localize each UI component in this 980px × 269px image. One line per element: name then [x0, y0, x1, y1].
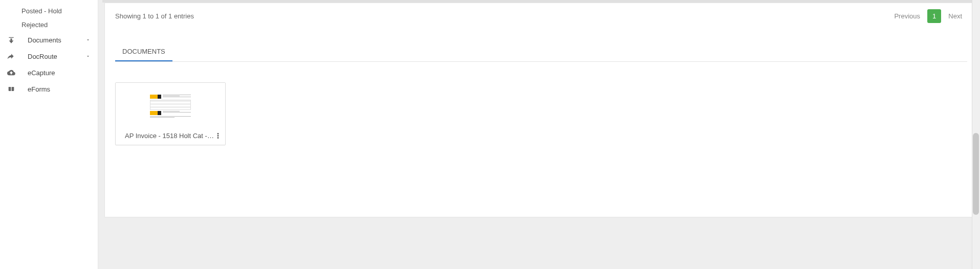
pagination-previous[interactable]: Previous [889, 9, 925, 23]
sidebar-item-ecapture[interactable]: eCapture [0, 64, 98, 81]
download-icon [7, 36, 15, 44]
document-card-footer: AP Invoice - 1518 Holt Cat -… ••• [116, 129, 225, 145]
chevron-down-icon [85, 37, 91, 42]
sidebar-subitem-posted-hold[interactable]: Posted - Hold [0, 4, 98, 18]
sidebar-item-label: eCapture [28, 69, 91, 77]
cloud-upload-icon [7, 69, 15, 77]
pagination-page-1[interactable]: 1 [927, 9, 941, 23]
sidebar-item-eforms[interactable]: eForms [0, 81, 98, 97]
pagination-next[interactable]: Next [943, 9, 967, 23]
content-panel: Showing 1 to 1 of 1 entries Previous 1 N… [104, 3, 978, 217]
kebab-menu-icon[interactable]: ••• [214, 133, 222, 139]
sidebar-item-label: eForms [28, 85, 91, 93]
scrollbar-vertical[interactable] [972, 0, 980, 269]
pagination: Previous 1 Next [889, 9, 967, 23]
sidebar-subitem-rejected[interactable]: Rejected [0, 18, 98, 32]
sidebar-item-label: Documents [28, 36, 85, 44]
tab-documents[interactable]: DOCUMENTS [115, 42, 172, 61]
document-title: AP Invoice - 1518 Holt Cat -… [125, 132, 214, 140]
sidebar-item-docroute[interactable]: DocRoute [0, 48, 98, 64]
main-content: Showing 1 to 1 of 1 entries Previous 1 N… [98, 0, 980, 269]
sidebar-item-documents[interactable]: Documents [0, 32, 98, 48]
document-card[interactable]: AP Invoice - 1518 Holt Cat -… ••• [115, 82, 226, 145]
scrollbar-thumb[interactable] [973, 133, 979, 215]
entries-info: Showing 1 to 1 of 1 entries [115, 12, 194, 20]
book-icon [7, 85, 15, 93]
document-thumbnail [116, 83, 225, 129]
sidebar-item-label: DocRoute [28, 53, 85, 60]
table-footer: Showing 1 to 1 of 1 entries Previous 1 N… [115, 3, 967, 27]
sidebar: Posted - Hold Rejected Documents DocRout… [0, 0, 98, 269]
share-icon [7, 52, 15, 60]
tabs: DOCUMENTS [115, 42, 967, 62]
chevron-down-icon [85, 54, 91, 59]
documents-grid: AP Invoice - 1518 Holt Cat -… ••• [115, 62, 967, 145]
